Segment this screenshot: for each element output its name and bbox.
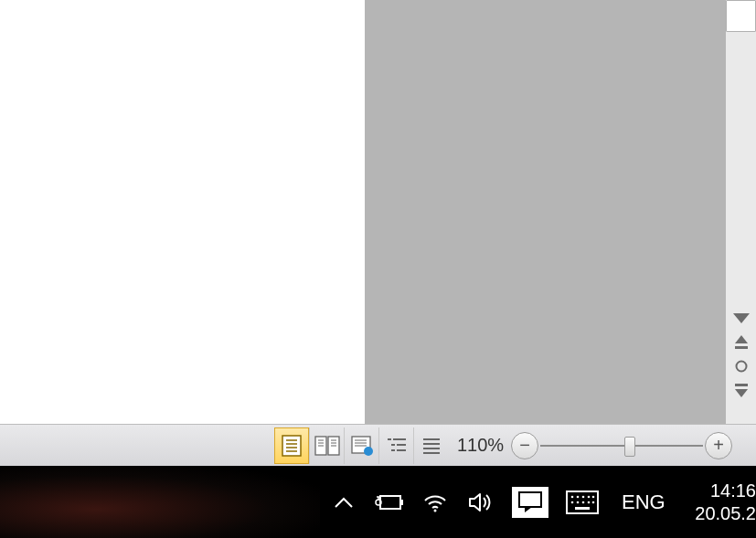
- select-browse-object-icon[interactable]: [726, 354, 756, 378]
- application-window: 110% − +: [0, 0, 756, 466]
- document-canvas: [0, 0, 726, 424]
- web-layout-view-button[interactable]: [344, 427, 378, 464]
- next-page-icon[interactable]: [726, 378, 756, 402]
- zoom-slider-thumb[interactable]: [624, 437, 635, 457]
- minus-icon: −: [519, 435, 530, 456]
- draft-icon: [421, 437, 442, 455]
- scrollbar-thumb[interactable]: [726, 0, 756, 32]
- svg-point-48: [588, 495, 591, 498]
- volume-icon[interactable]: [466, 488, 495, 517]
- action-center-icon[interactable]: [512, 487, 548, 518]
- svg-rect-35: [400, 500, 403, 505]
- svg-point-39: [434, 509, 437, 512]
- clock-date: 20.05.2: [695, 502, 756, 525]
- svg-point-49: [592, 495, 595, 498]
- svg-point-45: [571, 495, 574, 498]
- notification-icon: [512, 487, 548, 518]
- power-battery-icon[interactable]: [375, 488, 404, 517]
- svg-point-54: [592, 501, 595, 503]
- full-screen-reading-view-button[interactable]: [309, 427, 344, 464]
- svg-rect-2: [735, 346, 748, 349]
- status-bar: 110% − +: [0, 424, 756, 466]
- print-layout-view-button[interactable]: [274, 427, 309, 464]
- system-tray: ENG: [329, 487, 665, 518]
- svg-point-53: [588, 501, 591, 503]
- plus-icon: +: [713, 435, 724, 456]
- svg-point-23: [364, 447, 373, 456]
- svg-rect-6: [282, 436, 301, 456]
- clock-time: 14:16: [695, 480, 756, 502]
- draft-view-button[interactable]: [413, 427, 448, 464]
- zoom-slider[interactable]: [540, 432, 703, 459]
- svg-marker-0: [733, 313, 750, 323]
- windows-taskbar[interactable]: ENG 14:16 20.05.2: [0, 466, 756, 538]
- svg-marker-5: [735, 389, 748, 397]
- keyboard-icon: [566, 491, 599, 514]
- zoom-slider-track: [540, 445, 703, 447]
- svg-point-46: [577, 495, 580, 498]
- svg-marker-40: [470, 494, 480, 511]
- input-language-indicator[interactable]: ENG: [622, 491, 665, 514]
- taskbar-running-apps[interactable]: [0, 466, 320, 538]
- previous-page-icon[interactable]: [726, 331, 756, 354]
- browse-controls: [726, 307, 756, 402]
- svg-point-3: [736, 362, 746, 372]
- svg-point-50: [571, 501, 574, 503]
- zoom-in-button[interactable]: +: [705, 432, 732, 459]
- print-layout-icon: [282, 435, 302, 457]
- document-page[interactable]: [0, 0, 365, 424]
- svg-rect-55: [575, 507, 590, 510]
- outline-icon: [386, 437, 408, 455]
- web-layout-icon: [351, 436, 373, 456]
- zoom-controls: − +: [511, 432, 732, 459]
- taskbar-clock[interactable]: 14:16 20.05.2: [695, 480, 756, 525]
- svg-point-52: [582, 501, 585, 503]
- svg-marker-1: [735, 335, 748, 343]
- view-buttons: [274, 427, 448, 464]
- speaker-icon: [468, 491, 494, 513]
- outline-view-button[interactable]: [378, 427, 413, 464]
- wifi-signal-icon: [422, 492, 448, 512]
- show-hidden-icons-button[interactable]: [329, 488, 358, 517]
- svg-rect-34: [380, 496, 400, 509]
- wifi-icon[interactable]: [421, 488, 450, 517]
- svg-point-47: [582, 495, 585, 498]
- chevron-up-icon: [334, 496, 354, 509]
- zoom-level-label[interactable]: 110%: [457, 435, 504, 456]
- svg-rect-4: [735, 384, 748, 386]
- browse-down-icon[interactable]: [726, 307, 756, 331]
- touch-keyboard-icon[interactable]: [565, 488, 600, 517]
- battery-icon: [375, 493, 404, 512]
- svg-point-51: [577, 501, 580, 503]
- zoom-out-button[interactable]: −: [511, 432, 538, 459]
- reading-view-icon: [314, 436, 340, 456]
